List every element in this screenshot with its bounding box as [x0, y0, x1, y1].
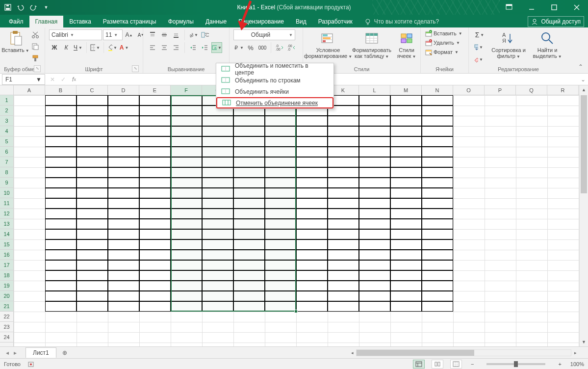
- fill-color-button[interactable]: ▼: [107, 42, 118, 53]
- column-header[interactable]: E: [139, 85, 171, 95]
- format-cells-button[interactable]: Формат▼: [425, 48, 459, 56]
- tab-вставка[interactable]: Вставка: [63, 16, 97, 27]
- row-header[interactable]: 1: [0, 95, 13, 105]
- vertical-scrollbar[interactable]: ▲ ▼: [579, 85, 588, 346]
- underline-button[interactable]: Ч▼: [73, 42, 83, 53]
- copy-button[interactable]: [30, 41, 41, 52]
- ribbon-options-icon[interactable]: [498, 0, 520, 15]
- close-button[interactable]: [565, 0, 588, 15]
- zoom-slider[interactable]: [486, 363, 545, 365]
- row-header[interactable]: 4: [0, 126, 13, 136]
- font-color-button[interactable]: A▼: [119, 42, 129, 53]
- row-header[interactable]: 20: [0, 291, 13, 301]
- decrease-decimal-button[interactable]: .00.0: [286, 42, 297, 53]
- decrease-indent-button[interactable]: [188, 42, 199, 53]
- column-header[interactable]: L: [359, 85, 390, 95]
- column-header[interactable]: P: [485, 85, 516, 95]
- row-header[interactable]: 12: [0, 209, 13, 219]
- sort-filter-button[interactable]: AЯ Сортировка и фильтр▼: [489, 29, 528, 61]
- tab-разработчик[interactable]: Разработчик: [312, 16, 358, 27]
- row-headers[interactable]: 123456789101112131415161718192021222324: [0, 95, 14, 346]
- merge-menu-item[interactable]: Объединить и поместить в центре: [216, 63, 333, 75]
- increase-indent-button[interactable]: [200, 42, 210, 53]
- row-header[interactable]: 2: [0, 105, 13, 116]
- column-header[interactable]: A: [14, 85, 45, 95]
- new-sheet-button[interactable]: ⊕: [59, 347, 70, 358]
- sheet-tab[interactable]: Лист1: [26, 347, 56, 358]
- merge-center-button[interactable]: a▼: [211, 42, 222, 53]
- row-header[interactable]: 13: [0, 219, 13, 229]
- format-as-table-button[interactable]: Форматировать как таблицу▼: [352, 29, 391, 61]
- zoom-out-button[interactable]: −: [469, 361, 476, 367]
- row-header[interactable]: 22: [0, 312, 13, 322]
- column-header[interactable]: Q: [516, 85, 547, 95]
- macro-record-icon[interactable]: [27, 361, 34, 368]
- tab-разметка страницы[interactable]: Разметка страницы: [97, 16, 162, 27]
- row-header[interactable]: 23: [0, 322, 13, 332]
- cut-button[interactable]: [30, 29, 41, 40]
- column-header[interactable]: C: [77, 85, 108, 95]
- scrollbar-thumb[interactable]: [581, 95, 587, 193]
- tab-формулы[interactable]: Формулы: [162, 16, 200, 27]
- enter-formula-button[interactable]: ✓: [58, 74, 69, 85]
- row-header[interactable]: 15: [0, 239, 13, 250]
- zoom-in-button[interactable]: +: [556, 361, 563, 367]
- page-break-view-button[interactable]: [450, 360, 462, 369]
- zoom-level[interactable]: 100%: [570, 361, 584, 367]
- clear-button[interactable]: ▼: [473, 54, 484, 65]
- qat-customize-icon[interactable]: ▼: [42, 3, 50, 11]
- column-header[interactable]: O: [453, 85, 485, 95]
- borders-button[interactable]: ▼: [90, 42, 101, 53]
- conditional-formatting-button[interactable]: Условное форматирование▼: [307, 29, 349, 61]
- delete-cells-button[interactable]: ×Удалить▼: [425, 39, 460, 47]
- find-select-button[interactable]: Найти и выделить▼: [531, 29, 564, 61]
- cancel-formula-button[interactable]: ✕: [47, 74, 58, 85]
- tab-вид[interactable]: Вид: [290, 16, 312, 27]
- insert-cells-button[interactable]: +Вставить▼: [425, 29, 462, 37]
- row-header[interactable]: 11: [0, 198, 13, 209]
- column-header[interactable]: R: [547, 85, 579, 95]
- dialog-launcher-icon[interactable]: ⤡: [34, 65, 41, 72]
- column-header[interactable]: D: [108, 85, 139, 95]
- paste-button[interactable]: Вставить▼: [4, 29, 27, 55]
- align-center-button[interactable]: [159, 42, 170, 53]
- font-size-combo[interactable]: 11▼: [103, 29, 123, 40]
- row-header[interactable]: 17: [0, 260, 13, 270]
- row-header[interactable]: 10: [0, 188, 13, 198]
- italic-button[interactable]: К: [61, 42, 72, 53]
- percent-button[interactable]: %: [245, 42, 256, 53]
- orientation-button[interactable]: ab▼: [188, 29, 199, 40]
- row-header[interactable]: 8: [0, 167, 13, 178]
- align-bottom-button[interactable]: [171, 29, 181, 40]
- merge-menu-item[interactable]: Объединить ячейки: [216, 86, 333, 97]
- normal-view-button[interactable]: [413, 360, 425, 369]
- tab-главная[interactable]: Главная: [29, 16, 64, 27]
- select-all-button[interactable]: [0, 85, 14, 95]
- tab-файл[interactable]: Файл: [3, 16, 29, 27]
- format-painter-button[interactable]: [30, 53, 41, 64]
- increase-decimal-button[interactable]: .0.00: [274, 42, 285, 53]
- align-top-button[interactable]: [147, 29, 158, 40]
- horizontal-scrollbar[interactable]: ◂▸: [348, 348, 579, 357]
- spreadsheet-grid[interactable]: ABCDEFGHIJKLMNOPQR 123456789101112131415…: [0, 85, 588, 346]
- align-left-button[interactable]: [147, 42, 158, 53]
- page-layout-view-button[interactable]: [432, 360, 443, 369]
- maximize-button[interactable]: [543, 0, 565, 15]
- redo-icon[interactable]: [29, 3, 37, 11]
- font-name-combo[interactable]: Calibri▼: [49, 29, 102, 40]
- cells-area[interactable]: [14, 95, 579, 346]
- collapse-ribbon-button[interactable]: ⌃: [576, 62, 585, 71]
- row-header[interactable]: 16: [0, 250, 13, 260]
- undo-icon[interactable]: [17, 3, 25, 11]
- tab-данные[interactable]: Данные: [200, 16, 232, 27]
- share-button[interactable]: Общий доступ: [528, 16, 584, 27]
- row-header[interactable]: 24: [0, 332, 13, 343]
- number-format-combo[interactable]: ..Общий▼: [233, 29, 295, 40]
- row-header[interactable]: 6: [0, 147, 13, 157]
- wrap-text-button[interactable]: [200, 29, 210, 40]
- minimize-button[interactable]: [520, 0, 543, 15]
- name-box[interactable]: F1▼: [2, 74, 45, 85]
- tab-рецензирование[interactable]: Рецензирование: [232, 16, 290, 27]
- merge-menu-item[interactable]: Объединить по строкам: [216, 75, 333, 86]
- grow-font-button[interactable]: A▲: [124, 29, 134, 40]
